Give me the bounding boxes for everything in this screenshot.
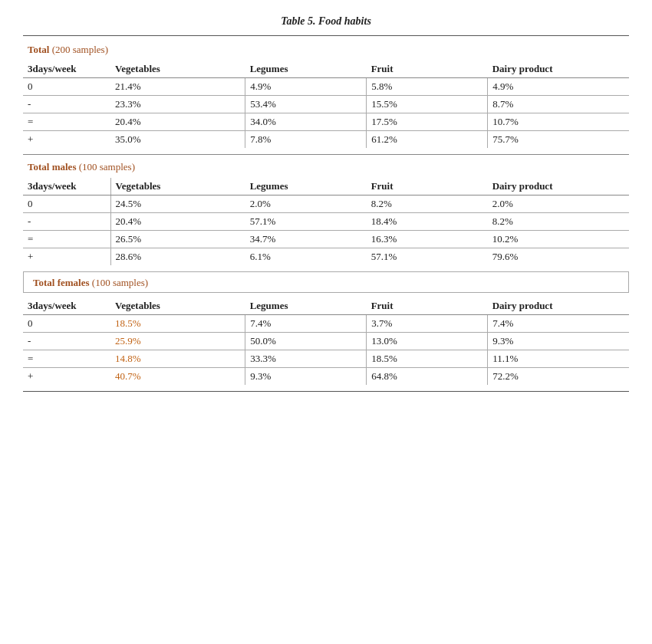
cell-days: + bbox=[23, 131, 110, 149]
cell-veg: 18.5% bbox=[110, 315, 245, 333]
col-header-dairy: Dairy product bbox=[488, 61, 629, 78]
cell-fruit: 15.5% bbox=[367, 96, 488, 113]
cell-fruit: 5.8% bbox=[367, 78, 488, 96]
cell-leg: 53.4% bbox=[245, 96, 367, 113]
cell-days: - bbox=[23, 333, 110, 350]
cell-dairy: 79.6% bbox=[488, 248, 629, 266]
cell-days: - bbox=[23, 96, 110, 113]
header-row-total: 3days/week Vegetables Legumes Fruit Dair… bbox=[23, 61, 629, 78]
col-header-leg: Legumes bbox=[245, 61, 367, 78]
cell-days: = bbox=[23, 113, 110, 131]
table-row: + 35.0% 7.8% 61.2% 75.7% bbox=[23, 131, 629, 149]
cell-leg: 57.1% bbox=[245, 213, 367, 231]
cell-dairy: 2.0% bbox=[488, 196, 629, 213]
col-header-dairy: Dairy product bbox=[488, 178, 629, 196]
cell-fruit: 13.0% bbox=[367, 333, 488, 350]
cell-veg: 26.5% bbox=[110, 231, 245, 248]
cell-leg: 2.0% bbox=[245, 196, 367, 213]
cell-fruit: 61.2% bbox=[367, 131, 488, 149]
table-females: 3days/week Vegetables Legumes Fruit Dair… bbox=[23, 297, 629, 385]
col-header-fruit: Fruit bbox=[367, 297, 488, 315]
col-header-veg: Vegetables bbox=[110, 297, 245, 315]
table-row: - 25.9% 50.0% 13.0% 9.3% bbox=[23, 333, 629, 350]
cell-leg: 7.8% bbox=[245, 131, 367, 149]
cell-veg: 24.5% bbox=[110, 196, 245, 213]
cell-fruit: 17.5% bbox=[367, 113, 488, 131]
col-header-veg: Vegetables bbox=[110, 61, 245, 78]
cell-dairy: 72.2% bbox=[488, 368, 629, 386]
cell-fruit: 18.5% bbox=[367, 350, 488, 368]
cell-veg: 28.6% bbox=[110, 248, 245, 266]
col-header-dairy: Dairy product bbox=[488, 297, 629, 315]
cell-veg: 25.9% bbox=[110, 333, 245, 350]
cell-veg: 20.4% bbox=[110, 213, 245, 231]
cell-veg: 21.4% bbox=[110, 78, 245, 96]
col-header-days: 3days/week bbox=[23, 297, 110, 315]
cell-veg: 20.4% bbox=[110, 113, 245, 131]
cell-leg: 34.0% bbox=[245, 113, 367, 131]
cell-dairy: 8.7% bbox=[488, 96, 629, 113]
cell-dairy: 4.9% bbox=[488, 78, 629, 96]
section-males-label: Total males (100 samples) bbox=[23, 161, 629, 173]
cell-dairy: 8.2% bbox=[488, 213, 629, 231]
table-row: = 26.5% 34.7% 16.3% 10.2% bbox=[23, 231, 629, 248]
table-row: 0 18.5% 7.4% 3.7% 7.4% bbox=[23, 315, 629, 333]
cell-days: 0 bbox=[23, 315, 110, 333]
table-total: 3days/week Vegetables Legumes Fruit Dair… bbox=[23, 61, 629, 148]
cell-leg: 9.3% bbox=[245, 368, 367, 386]
cell-dairy: 11.1% bbox=[488, 350, 629, 368]
header-row-males: 3days/week Vegetables Legumes Fruit Dair… bbox=[23, 178, 629, 196]
cell-dairy: 7.4% bbox=[488, 315, 629, 333]
cell-days: 0 bbox=[23, 196, 110, 213]
cell-fruit: 57.1% bbox=[367, 248, 488, 266]
col-header-fruit: Fruit bbox=[367, 61, 488, 78]
cell-dairy: 75.7% bbox=[488, 131, 629, 149]
table-title: Table 5. Food habits bbox=[23, 15, 629, 28]
table-males: 3days/week Vegetables Legumes Fruit Dair… bbox=[23, 178, 629, 265]
cell-days: = bbox=[23, 350, 110, 368]
header-row-females: 3days/week Vegetables Legumes Fruit Dair… bbox=[23, 297, 629, 315]
cell-days: = bbox=[23, 231, 110, 248]
table-row: = 20.4% 34.0% 17.5% 10.7% bbox=[23, 113, 629, 131]
cell-fruit: 3.7% bbox=[367, 315, 488, 333]
col-header-leg: Legumes bbox=[245, 297, 367, 315]
col-header-leg: Legumes bbox=[245, 178, 367, 196]
cell-dairy: 10.2% bbox=[488, 231, 629, 248]
cell-leg: 6.1% bbox=[245, 248, 367, 266]
cell-days: - bbox=[23, 213, 110, 231]
table-row: - 23.3% 53.4% 15.5% 8.7% bbox=[23, 96, 629, 113]
section-total-label: Total (200 samples) bbox=[23, 44, 629, 56]
females-label-box: Total females (100 samples) bbox=[23, 271, 629, 293]
cell-veg: 23.3% bbox=[110, 96, 245, 113]
cell-leg: 4.9% bbox=[245, 78, 367, 96]
cell-fruit: 8.2% bbox=[367, 196, 488, 213]
table-row: - 20.4% 57.1% 18.4% 8.2% bbox=[23, 213, 629, 231]
col-header-days: 3days/week bbox=[23, 61, 110, 78]
col-header-days: 3days/week bbox=[23, 178, 110, 196]
section-males: Total males (100 samples) 3days/week Veg… bbox=[23, 155, 629, 293]
cell-days: + bbox=[23, 368, 110, 386]
cell-fruit: 16.3% bbox=[367, 231, 488, 248]
cell-veg: 40.7% bbox=[110, 368, 245, 386]
section-females: 3days/week Vegetables Legumes Fruit Dair… bbox=[23, 293, 629, 385]
table-row: = 14.8% 33.3% 18.5% 11.1% bbox=[23, 350, 629, 368]
cell-fruit: 64.8% bbox=[367, 368, 488, 386]
section-females-label: Total females (100 samples) bbox=[28, 277, 624, 289]
cell-leg: 7.4% bbox=[245, 315, 367, 333]
cell-days: + bbox=[23, 248, 110, 266]
table-row: 0 21.4% 4.9% 5.8% 4.9% bbox=[23, 78, 629, 96]
cell-leg: 34.7% bbox=[245, 231, 367, 248]
cell-veg: 35.0% bbox=[110, 131, 245, 149]
table-row: + 28.6% 6.1% 57.1% 79.6% bbox=[23, 248, 629, 266]
page-container: Table 5. Food habits Total (200 samples)… bbox=[23, 15, 629, 392]
cell-veg: 14.8% bbox=[110, 350, 245, 368]
table-row: + 40.7% 9.3% 64.8% 72.2% bbox=[23, 368, 629, 386]
section-total: Total (200 samples) 3days/week Vegetable… bbox=[23, 36, 629, 148]
cell-days: 0 bbox=[23, 78, 110, 96]
cell-dairy: 9.3% bbox=[488, 333, 629, 350]
cell-leg: 50.0% bbox=[245, 333, 367, 350]
cell-dairy: 10.7% bbox=[488, 113, 629, 131]
col-header-fruit: Fruit bbox=[367, 178, 488, 196]
main-table-container: Total (200 samples) 3days/week Vegetable… bbox=[23, 35, 629, 392]
cell-fruit: 18.4% bbox=[367, 213, 488, 231]
